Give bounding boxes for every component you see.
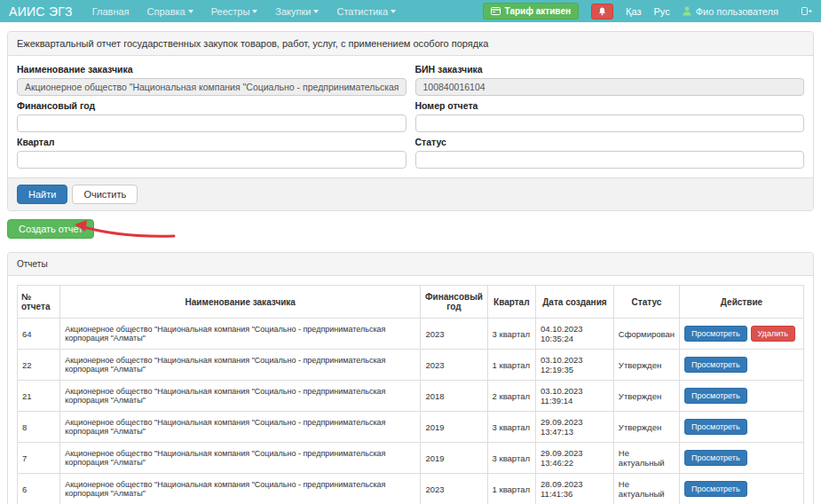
bin-label: БИН заказчика [415, 64, 805, 75]
header-status: Статус [613, 286, 679, 319]
report-number-cell: 64 [18, 319, 60, 350]
quarter-cell: 3 квартал [487, 443, 535, 474]
reports-table: № отчета Наименование заказчика Финансов… [17, 285, 804, 504]
status-cell: Сформирован [613, 319, 679, 350]
user-name-label: Фио пользователя [696, 6, 778, 17]
top-navbar: АИИС ЭГЗ Главная Справка Реестры Закупки… [0, 0, 821, 22]
status-field-group: Статус [415, 132, 805, 169]
lang-kz-link[interactable]: Қаз [626, 6, 641, 17]
chevron-down-icon [313, 10, 319, 13]
quarter-input[interactable] [17, 151, 407, 169]
report-number-label: Номер отчета [415, 100, 805, 111]
nav-item-purchases[interactable]: Закупки [275, 6, 319, 17]
chevron-down-icon [391, 10, 396, 13]
table-header-row: № отчета Наименование заказчика Финансов… [18, 286, 804, 319]
create-report-row: Создать отчет [7, 211, 814, 247]
created-date-cell: 29.09.2023 13:46:22 [536, 443, 614, 474]
customer-name-input[interactable] [17, 78, 407, 96]
notifications-button[interactable] [591, 4, 613, 20]
quarter-cell: 1 квартал [487, 474, 535, 504]
nav-item-label: Закупки [275, 6, 311, 17]
bin-input[interactable] [415, 78, 805, 96]
logout-icon[interactable] [801, 7, 812, 15]
fin-year-field-group: Финансовый год [17, 96, 407, 132]
quarter-label: Квартал [17, 137, 407, 147]
view-report-button[interactable]: Просмотреть [684, 357, 747, 373]
user-menu[interactable]: Фио пользователя [683, 6, 778, 17]
navbar-right: Тариф активен Қаз Рус Фио пользователя [483, 3, 812, 20]
header-report-number: № отчета [18, 286, 60, 319]
actions-cell: ПросмотретьУдалить [679, 319, 803, 350]
status-cell: Не актуальный [613, 443, 679, 474]
report-number-cell: 8 [18, 412, 60, 443]
fin-year-cell: 2023 [421, 319, 487, 350]
created-date-cell: 03.10.2023 12:19:35 [536, 350, 614, 381]
actions-cell: Просмотреть [679, 412, 803, 443]
header-fin-year: Финансовый год [421, 286, 487, 319]
view-report-button[interactable]: Просмотреть [684, 450, 747, 466]
nav-item-label: Главная [92, 6, 130, 17]
search-panel-title: Ежеквартальный отчет государственных зак… [8, 32, 813, 56]
table-row: 21Акционерное общество "Национальная ком… [18, 381, 804, 412]
table-row: 64Акционерное общество "Национальная ком… [18, 319, 804, 350]
report-number-cell: 21 [18, 381, 60, 412]
tariff-label: Тариф активен [505, 6, 571, 16]
lang-ru-link[interactable]: Рус [653, 6, 669, 17]
search-form: Наименование заказчика БИН заказчика Фин… [8, 56, 813, 177]
actions-cell: Просмотреть [679, 474, 803, 504]
view-report-button[interactable]: Просмотреть [684, 326, 747, 342]
find-button[interactable]: Найти [17, 185, 67, 204]
chevron-down-icon [252, 10, 257, 13]
header-created-date: Дата создания [536, 286, 614, 319]
view-report-button[interactable]: Просмотреть [684, 388, 747, 404]
view-report-button[interactable]: Просмотреть [684, 419, 747, 435]
nav-item-help[interactable]: Справка [147, 6, 193, 17]
header-quarter: Квартал [487, 286, 535, 319]
report-number-cell: 6 [18, 474, 60, 504]
fin-year-cell: 2019 [421, 412, 487, 443]
chevron-down-icon [188, 10, 193, 13]
report-number-cell: 22 [18, 350, 60, 381]
delete-report-button[interactable]: Удалить [751, 326, 795, 342]
customer-name-cell: Акционерное общество "Национальная компа… [60, 474, 421, 504]
view-report-button[interactable]: Просмотреть [684, 481, 747, 497]
created-date-cell: 28.09.2023 11:41:36 [536, 474, 614, 504]
clear-button[interactable]: Очистить [72, 185, 138, 204]
search-panel: Ежеквартальный отчет государственных зак… [7, 31, 814, 211]
header-customer-name: Наименование заказчика [60, 286, 421, 319]
report-number-input[interactable] [415, 114, 805, 132]
reports-panel-title: Отчеты [8, 253, 813, 276]
customer-name-cell: Акционерное общество "Национальная компа… [60, 443, 421, 474]
header-actions: Действие [679, 286, 803, 319]
status-input[interactable] [415, 151, 805, 169]
quarter-cell: 2 квартал [487, 381, 535, 412]
app-logo[interactable]: АИИС ЭГЗ [9, 4, 73, 19]
fin-year-cell: 2023 [421, 350, 487, 381]
reports-panel: Отчеты № отчета Наименование заказчика Ф… [7, 252, 814, 504]
reports-table-container: № отчета Наименование заказчика Финансов… [8, 276, 813, 504]
quarter-cell: 3 квартал [487, 412, 535, 443]
bell-icon [598, 7, 606, 16]
created-date-cell: 04.10.2023 10:35:24 [536, 319, 614, 350]
fin-year-cell: 2019 [421, 443, 487, 474]
nav-item-registries[interactable]: Реестры [211, 6, 258, 17]
nav-item-label: Справка [147, 6, 186, 17]
table-row: 22Акционерное общество "Национальная ком… [18, 350, 804, 381]
nav-item-home[interactable]: Главная [92, 6, 130, 17]
status-cell: Не актуальный [613, 474, 679, 504]
nav-item-statistics[interactable]: Статистика [336, 6, 396, 17]
status-label: Статус [415, 137, 805, 147]
fin-year-input[interactable] [17, 114, 407, 132]
actions-cell: Просмотреть [679, 350, 803, 381]
report-number-cell: 7 [18, 443, 60, 474]
actions-cell: Просмотреть [679, 443, 803, 474]
reports-table-body: 64Акционерное общество "Национальная ком… [18, 319, 804, 504]
create-report-button[interactable]: Создать отчет [7, 219, 94, 239]
table-row: 6Акционерное общество "Национальная комп… [18, 474, 804, 504]
report-number-field-group: Номер отчета [415, 96, 805, 132]
card-icon [491, 7, 501, 15]
customer-name-cell: Акционерное общество "Национальная компа… [60, 381, 421, 412]
customer-name-label: Наименование заказчика [17, 64, 407, 75]
status-cell: Утвержден [613, 412, 679, 443]
tariff-active-button[interactable]: Тариф активен [483, 3, 579, 20]
